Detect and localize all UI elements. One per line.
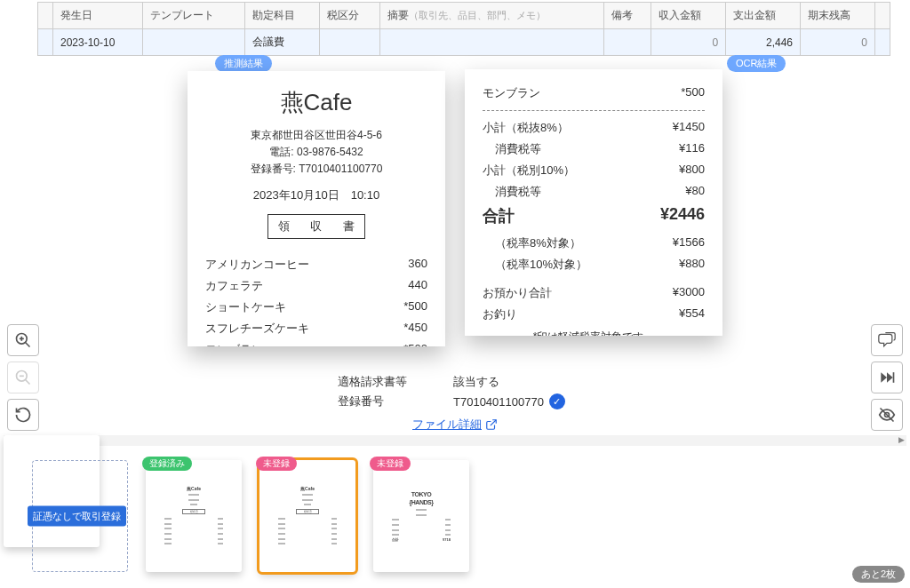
- th-summary[interactable]: 摘要（取引先、品目、部門、メモ）: [380, 3, 604, 29]
- change-line: お釣り¥554: [483, 306, 705, 322]
- th-income[interactable]: 収入金額: [651, 3, 726, 29]
- file-detail-link[interactable]: ファイル詳細: [412, 417, 498, 433]
- meta-invoice-label: 適格請求書等: [338, 374, 418, 390]
- scroll-right-icon[interactable]: ▶: [896, 435, 906, 446]
- comment-button[interactable]: [871, 324, 903, 356]
- meta-regno-label: 登録番号: [338, 393, 418, 409]
- cell-balance[interactable]: 0: [801, 29, 875, 56]
- ocr-badge: OCR結果: [727, 55, 786, 72]
- external-link-icon: [485, 418, 498, 431]
- skip-forward-button[interactable]: [871, 362, 903, 393]
- total-line: 合計¥2446: [483, 205, 705, 226]
- line-item: ショートケーキ*500: [205, 299, 427, 315]
- paid-line: お預かり合計¥3000: [483, 285, 705, 301]
- svg-marker-7: [881, 372, 887, 383]
- mini-receipt-preview: 燕Cafe xxxxxxxxxxxxxxxx 領収書 xxxxxxx xxxxx…: [163, 486, 225, 546]
- cell-account[interactable]: 会議費: [245, 29, 320, 56]
- tax-target-10: （税率10%対象）¥880: [483, 257, 705, 273]
- inference-badge: 推測結果: [215, 55, 272, 72]
- table-row[interactable]: 2023-10-10 会議費 0 2,446 0: [38, 29, 890, 56]
- toolbar-left: [7, 324, 39, 431]
- th-account[interactable]: 勘定科目: [245, 3, 320, 29]
- mini-receipt-preview: 燕Cafe xxxxxxxxxxxxxxxx 領収書 xxxxxxx xxxxx…: [276, 486, 339, 546]
- cell-summary[interactable]: [380, 29, 604, 56]
- subtotal-10: 小計（税別10%）¥800: [483, 163, 705, 179]
- zoom-out-button[interactable]: [7, 362, 39, 393]
- no-evidence-slot[interactable]: 証憑なしで取引登録: [32, 460, 128, 572]
- status-badge-pending: 未登録: [256, 457, 297, 471]
- mini-receipt-preview: TOKYO{HANDS} xxxxxxxxxxxx xxxxxxx xxxxxx…: [390, 490, 452, 543]
- line-item: スフレチーズケーキ*450: [205, 321, 427, 337]
- status-badge-done: 登録済み: [142, 457, 192, 471]
- thumbnail-selected[interactable]: 未登録 燕Cafe xxxxxxxxxxxxxxxx 領収書 xxxxxxx x…: [259, 460, 355, 572]
- tax-target-8: （税率8%対象）¥1566: [483, 235, 705, 251]
- th-balance[interactable]: 期末残高: [801, 3, 875, 29]
- store-name: 燕Cafe: [205, 87, 427, 118]
- tax-10: 消費税等¥80: [483, 184, 705, 200]
- receipt-datetime: 2023年10月10日 10:10: [205, 187, 427, 203]
- status-badge-pending: 未登録: [370, 457, 411, 471]
- svg-line-5: [26, 380, 30, 385]
- th-date[interactable]: 発生日: [53, 3, 143, 29]
- th-expense[interactable]: 支出金額: [726, 3, 801, 29]
- line-item: カフェラテ440: [205, 278, 427, 294]
- cell-date[interactable]: 2023-10-10: [53, 29, 143, 56]
- subtotal-8: 小計（税抜8%）¥1450: [483, 120, 705, 136]
- line-item: モンブラン*500: [483, 85, 705, 101]
- receipt-note: *印は軽減税率対象です。: [483, 330, 705, 336]
- cell-template[interactable]: [143, 29, 245, 56]
- meta-regno-value: T7010401100770 ✓: [453, 393, 565, 409]
- thumbnail-pending[interactable]: 未登録 TOKYO{HANDS} xxxxxxxxxxxx xxxxxxx xx…: [373, 460, 469, 572]
- zoom-in-button[interactable]: [7, 324, 39, 356]
- remaining-count-badge: あと2枚: [852, 566, 905, 583]
- th-remarks[interactable]: 備考: [604, 3, 651, 29]
- thumbnail-registered[interactable]: 登録済み 燕Cafe xxxxxxxxxxxxxxxx 領収書 xxxxxxx …: [146, 460, 242, 572]
- receipt-preview-left: 燕Cafe 東京都世田谷区世田谷4-5-6 電話: 03-9876-5432 登…: [188, 71, 445, 346]
- receipt-preview-right: モンブラン*500 小計（税抜8%）¥1450 消費税等¥116 小計（税別10…: [465, 69, 722, 336]
- line-item: モンブラン*500: [205, 342, 427, 346]
- th-tax[interactable]: 税区分: [320, 3, 380, 29]
- cell-remarks[interactable]: [604, 29, 651, 56]
- tax-8: 消費税等¥116: [483, 141, 705, 157]
- col-handle: [875, 3, 890, 29]
- horizontal-scrollbar[interactable]: ◀ ▶: [4, 435, 906, 446]
- cell-expense[interactable]: 2,446: [726, 29, 801, 56]
- receipt-metadata: 適格請求書等 該当する 登録番号 T7010401100770 ✓: [338, 374, 565, 413]
- thumbnail-strip: 証憑なしで取引登録 登録済み 燕Cafe xxxxxxxxxxxxxxxx 領収…: [0, 453, 910, 579]
- svg-line-1: [26, 343, 30, 347]
- cell-tax[interactable]: [320, 29, 380, 56]
- meta-invoice-value: 該当する: [453, 374, 499, 390]
- receipt-title: 領 収 書: [267, 214, 365, 239]
- no-evidence-button[interactable]: 証憑なしで取引登録: [28, 506, 126, 527]
- th-template[interactable]: テンプレート: [143, 3, 245, 29]
- receipt-viewer: 燕Cafe 東京都世田谷区世田谷4-5-6 電話: 03-9876-5432 登…: [0, 71, 910, 431]
- col-handle: [38, 3, 53, 29]
- svg-rect-9: [893, 372, 895, 383]
- check-icon: ✓: [549, 393, 565, 409]
- transaction-table: 発生日 テンプレート 勘定科目 税区分 摘要（取引先、品目、部門、メモ） 備考 …: [37, 2, 890, 56]
- svg-marker-8: [887, 372, 893, 383]
- line-item: アメリカンコーヒー360: [205, 257, 427, 273]
- toolbar-right: [871, 324, 903, 431]
- cell-income[interactable]: 0: [651, 29, 726, 56]
- store-info: 東京都世田谷区世田谷4-5-6 電話: 03-9876-5432 登録番号: T…: [205, 127, 427, 179]
